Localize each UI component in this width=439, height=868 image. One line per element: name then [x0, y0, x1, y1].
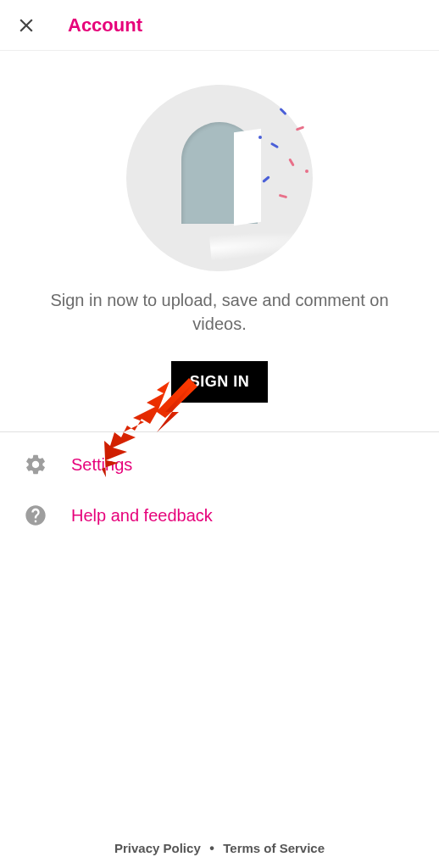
header: Account	[0, 0, 439, 51]
hero-section: Sign in now to upload, save and comment …	[0, 51, 439, 428]
footer-separator: •	[209, 841, 214, 855]
close-icon[interactable]	[15, 14, 37, 36]
terms-link[interactable]: Terms of Service	[223, 841, 325, 855]
door-illustration	[126, 85, 313, 271]
footer: Privacy Policy • Terms of Service	[0, 841, 439, 868]
sign-in-button[interactable]: SIGN IN	[171, 361, 269, 403]
help-icon	[24, 504, 47, 527]
help-feedback-item[interactable]: Help and feedback	[0, 490, 439, 541]
hero-message: Sign in now to upload, save and comment …	[0, 288, 439, 336]
settings-label: Settings	[71, 455, 132, 475]
help-label: Help and feedback	[71, 506, 213, 526]
settings-item[interactable]: Settings	[0, 439, 439, 490]
gear-icon	[24, 453, 47, 476]
privacy-link[interactable]: Privacy Policy	[114, 841, 201, 855]
page-title: Account	[68, 14, 142, 36]
options-list: Settings Help and feedback	[0, 432, 439, 541]
